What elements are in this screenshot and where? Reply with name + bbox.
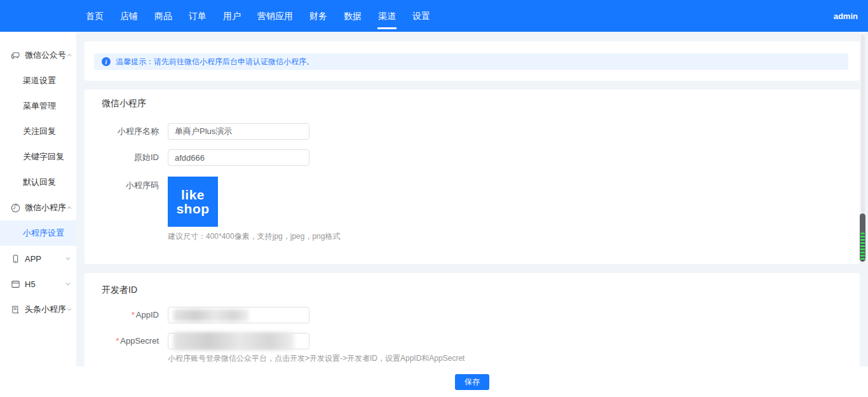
appsecret-label: *AppSecret	[95, 333, 159, 349]
sidebar-group-label: 微信公众号	[25, 50, 66, 61]
phone-icon	[10, 253, 20, 264]
section-title-miniprogram: 微信小程序	[102, 98, 146, 109]
form-row-name: 小程序名称	[95, 123, 309, 140]
redacted-appid-value	[173, 309, 248, 321]
info-alert: i 温馨提示：请先前往微信小程序后台申请认证微信小程序。	[94, 53, 848, 70]
scrollbar-thumb-stripes	[860, 232, 865, 260]
sidebar-group-label: APP	[25, 254, 41, 264]
miniprogram-name-input[interactable]	[168, 123, 309, 140]
section-title-developer-id: 开发者ID	[102, 285, 137, 296]
form-row-qrcode: 小程序码 like shop	[95, 177, 218, 227]
nav-item-users[interactable]: 用户	[215, 0, 249, 32]
original-id-label: 原始ID	[95, 149, 159, 166]
form-row-appid: *AppID	[95, 307, 309, 323]
sidebar-item-default-reply[interactable]: 默认回复	[0, 170, 76, 195]
appid-input[interactable]	[168, 307, 309, 323]
sidebar-group-label: H5	[25, 279, 36, 289]
nav-item-shop[interactable]: 店铺	[112, 0, 146, 32]
sidebar-group-wechat-miniprogram[interactable]: 微信小程序	[0, 195, 76, 220]
miniprogram-name-label: 小程序名称	[95, 123, 159, 140]
chevron-up-icon	[66, 205, 72, 211]
scrollbar-thumb[interactable]	[860, 213, 865, 262]
redacted-appsecret-value	[173, 332, 294, 350]
sidebar-group-h5[interactable]: H5	[0, 271, 76, 297]
sidebar-group-label: 头条小程序	[25, 304, 66, 315]
sidebar-item-keyword-reply[interactable]: 关键字回复	[0, 144, 76, 170]
miniprogram-card: 微信小程序 小程序名称 原始ID 小程序码 like shop 建议尺寸：400…	[85, 90, 860, 264]
sidebar-item-miniprogram-settings[interactable]: 小程序设置	[0, 220, 76, 246]
qrcode-logo-text: shop	[176, 202, 209, 216]
appsecret-input[interactable]	[168, 333, 309, 349]
nav-item-orders[interactable]: 订单	[180, 0, 215, 32]
required-asterisk: *	[116, 336, 119, 346]
nav-item-finance[interactable]: 财务	[301, 0, 336, 32]
chevron-down-icon	[65, 281, 71, 287]
sidebar-group-toutiao-miniprogram[interactable]: 头条小程序	[0, 297, 76, 322]
info-icon: i	[102, 57, 111, 66]
main-content: i 温馨提示：请先前往微信小程序后台申请认证微信小程序。 微信小程序 小程序名称…	[76, 32, 868, 397]
top-navigation-bar: 首页 店铺 商品 订单 用户 营销应用 财务 数据 渠道 设置 admin	[0, 0, 868, 32]
required-asterisk: *	[132, 310, 135, 320]
miniprogram-icon	[10, 203, 20, 213]
admin-user-menu[interactable]: admin	[834, 11, 858, 21]
miniprogram-qrcode-image[interactable]: like shop	[168, 177, 218, 227]
news-icon	[10, 304, 20, 314]
alert-card: i 温馨提示：请先前往微信小程序后台申请认证微信小程序。	[85, 41, 860, 81]
form-row-appsecret: *AppSecret	[95, 333, 309, 349]
qrcode-logo-text: like	[181, 188, 205, 202]
chevron-down-icon	[65, 255, 71, 262]
chevron-up-icon	[66, 52, 72, 58]
sidebar-group-label: 微信小程序	[25, 202, 66, 213]
sidebar-group-app[interactable]: APP	[0, 246, 76, 271]
sidebar: 微信公众号 渠道设置 菜单管理 关注回复 关键字回复 默认回复 微信小程序 小程…	[0, 32, 76, 397]
original-id-input[interactable]	[168, 149, 309, 166]
sidebar-item-follow-reply[interactable]: 关注回复	[0, 119, 76, 144]
form-row-original-id: 原始ID	[95, 149, 309, 166]
developer-id-hint: 小程序账号登录微信公众平台，点击开发>开发设置->开发者ID，设置AppID和A…	[168, 353, 465, 364]
appid-label: *AppID	[95, 307, 159, 323]
sidebar-group-wechat-official[interactable]: 微信公众号	[0, 43, 76, 68]
scrollbar-track[interactable]	[861, 35, 865, 213]
sidebar-item-menu-management[interactable]: 菜单管理	[0, 93, 76, 119]
alert-text: 温馨提示：请先前往微信小程序后台申请认证微信小程序。	[116, 57, 314, 67]
nav-item-marketing[interactable]: 营销应用	[249, 0, 301, 32]
nav-item-goods[interactable]: 商品	[146, 0, 180, 32]
nav-item-home[interactable]: 首页	[78, 0, 112, 32]
top-nav-menu: 首页 店铺 商品 订单 用户 营销应用 财务 数据 渠道 设置	[78, 0, 438, 32]
save-button[interactable]: 保存	[455, 374, 489, 390]
sidebar-item-channel-settings[interactable]: 渠道设置	[0, 68, 76, 93]
qrcode-label: 小程序码	[95, 177, 159, 191]
chevron-down-icon	[66, 306, 72, 313]
nav-item-data[interactable]: 数据	[336, 0, 370, 32]
chat-bubbles-icon	[10, 50, 20, 60]
browser-icon	[10, 279, 20, 289]
qrcode-size-hint: 建议尺寸：400*400像素，支持jpg，jpeg，png格式	[168, 231, 340, 242]
nav-item-settings[interactable]: 设置	[404, 0, 438, 32]
developer-id-card: 开发者ID *AppID *AppSecret 小程序账号登录微信公众平台，点击…	[85, 273, 860, 375]
footer-bar: 保存	[76, 367, 868, 397]
nav-item-channel[interactable]: 渠道	[370, 0, 404, 32]
